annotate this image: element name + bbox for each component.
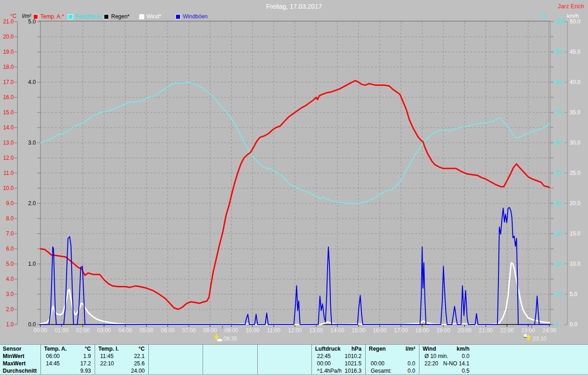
- temp-axis-tick-label: 13.0: [3, 140, 14, 146]
- temp-axis-tick-label: 4.0: [6, 276, 14, 282]
- weather-chart: 21.020.019.018.017.016.015.014.013.012.0…: [0, 0, 588, 343]
- table-cell-value: 0.0: [369, 360, 415, 367]
- kmh-axis-tick-label: 40.0: [570, 79, 581, 85]
- temp-axis-tick-label: 14.0: [3, 124, 14, 131]
- table-divider: [257, 345, 258, 374]
- table-row-label: MinWert: [3, 353, 24, 360]
- table-cell-value: 0.5: [423, 367, 469, 375]
- x-axis-tick-label: 22:00: [500, 327, 514, 334]
- table-cell-value: 1016.3: [315, 367, 362, 375]
- temp-axis-tick-label: 8.0: [6, 215, 14, 222]
- x-axis-tick-label: 18:00: [415, 327, 429, 334]
- temp-axis-tick-label: 9.0: [6, 200, 14, 207]
- x-axis-tick-label: 21:00: [479, 327, 492, 334]
- kmh-axis-tick-label: 50.0: [570, 18, 581, 25]
- kmh-axis-tick-label: 15.0: [570, 230, 581, 237]
- temp-axis-tick-label: 19.0: [3, 49, 14, 55]
- x-axis-tick-label: 14:00: [330, 327, 344, 334]
- temp-axis-tick-label: 18.0: [3, 64, 14, 70]
- table-divider: [95, 345, 95, 374]
- table-divider: [311, 345, 312, 374]
- kmh-axis-tick-label: 0.0: [570, 321, 577, 328]
- table-divider: [419, 345, 419, 374]
- table-cell-value: 0.0: [423, 353, 469, 360]
- table-divider: [365, 345, 366, 374]
- x-axis-tick-label: 08:00: [203, 327, 217, 334]
- table-row-label: Sensor: [3, 345, 22, 353]
- lm2-axis-tick-label: 0.0: [28, 321, 36, 328]
- sun-down-marker-icon: [214, 334, 219, 340]
- x-axis-tick-label: 23:00: [521, 327, 535, 334]
- temp-axis-tick-label: 20.0: [3, 34, 14, 40]
- x-axis-tick-label: 12:00: [288, 327, 302, 334]
- table-divider: [148, 345, 149, 374]
- lm2-axis-tick-label: 4.0: [28, 79, 36, 85]
- lm2-axis-tick-label: 1.0: [28, 261, 36, 267]
- percent-axis-tick-label: 30: [555, 230, 561, 237]
- kmh-axis-tick-label: 5.0: [570, 291, 577, 297]
- marker-tick: [531, 325, 532, 329]
- x-axis-tick-label: 00:00: [34, 327, 47, 334]
- table-col-unit: °C: [44, 345, 91, 353]
- percent-axis-tick-label: 10: [555, 291, 561, 297]
- temp-axis-tick-label: 16.0: [3, 94, 14, 101]
- table-col-unit: l/m²: [369, 345, 415, 353]
- kmh-axis-tick-label: 45.0: [570, 49, 581, 55]
- table-cell-value: 25.6: [98, 360, 145, 367]
- temp-axis-tick-label: 2.0: [6, 306, 14, 313]
- x-axis-tick-label: 16:00: [373, 327, 387, 334]
- table-cell-value: 24.00: [98, 367, 145, 375]
- x-axis-tick-label: 02:00: [76, 327, 90, 334]
- temp-axis-tick-label: 15.0: [3, 109, 14, 116]
- table-divider: [40, 345, 41, 374]
- x-axis-tick-label: 07:00: [182, 327, 196, 334]
- kmh-axis-tick-label: 25.0: [570, 170, 581, 176]
- table-cell-value: 9.93: [44, 367, 91, 375]
- kmh-axis-tick-label: 30.0: [570, 140, 581, 146]
- x-axis-tick-label: 19:00: [436, 327, 450, 334]
- table-row-label: MaxWert: [3, 360, 26, 367]
- temp-axis-tick-label: 3.0: [6, 291, 14, 297]
- temp-axis-tick-label: 21.0: [3, 18, 14, 25]
- x-axis-tick-label: 06:00: [161, 327, 175, 334]
- weather-station-window: Freitag, 17.03.2017 Jarz Erich °C l/m² %…: [0, 0, 588, 375]
- percent-axis-tick-label: 50: [555, 170, 561, 176]
- table-cell-value: 22.1: [98, 353, 145, 360]
- percent-axis-tick-label: 0: [555, 321, 558, 328]
- marker-time-label: 08:35: [223, 336, 237, 342]
- temp-axis-tick-label: 11.0: [4, 170, 14, 176]
- x-axis-tick-label: 03:00: [97, 327, 111, 334]
- percent-axis-tick-label: 20: [555, 261, 561, 267]
- temp-axis-tick-label: 10.0: [3, 185, 14, 191]
- lm2-axis-tick-label: 3.0: [28, 140, 36, 146]
- kmh-axis-tick-label: 10.0: [570, 261, 581, 267]
- percent-axis-tick-label: 70: [555, 109, 561, 116]
- table-cell-value: 0.0: [369, 367, 415, 375]
- percent-axis-tick-label: 100: [555, 18, 564, 25]
- x-axis-tick-label: 11:00: [267, 327, 280, 334]
- sun-down-marker-icon: [217, 339, 222, 341]
- percent-axis-tick-label: 40: [555, 200, 561, 207]
- marker-tick: [222, 325, 223, 329]
- sensor-summary-table: SensorMinWertMaxWertDurchschnittTemp. A.…: [0, 344, 588, 374]
- table-cell-value: 17.2: [44, 360, 91, 367]
- x-axis-tick-label: 20:00: [458, 327, 471, 334]
- table-cell-value: 1.9: [44, 353, 91, 360]
- percent-axis-tick-label: 60: [555, 140, 561, 146]
- table-cell-value: 1021.5: [315, 360, 362, 367]
- kmh-axis-tick-label: 20.0: [570, 200, 581, 207]
- kmh-axis-tick-label: 35.0: [570, 109, 581, 116]
- x-axis-tick-label: 24:00: [543, 327, 556, 334]
- table-col-unit: hPa: [315, 345, 362, 353]
- lm2-axis-tick-label: 5.0: [28, 18, 36, 25]
- table-col-unit: km/h: [423, 345, 469, 353]
- sun-up-marker-icon: [524, 334, 527, 337]
- table-cell-value: N-NO 14.1: [423, 360, 469, 367]
- table-cell-value: 1010.2: [315, 353, 362, 360]
- temp-axis-tick-label: 17.0: [3, 79, 14, 85]
- marker-time-label: 23:10: [533, 336, 547, 342]
- percent-axis-tick-label: 90: [555, 49, 561, 55]
- x-axis-tick-label: 13:00: [309, 327, 323, 334]
- x-axis-tick-label: 17:00: [394, 327, 408, 334]
- temp-axis-tick-label: 1.0: [6, 321, 14, 328]
